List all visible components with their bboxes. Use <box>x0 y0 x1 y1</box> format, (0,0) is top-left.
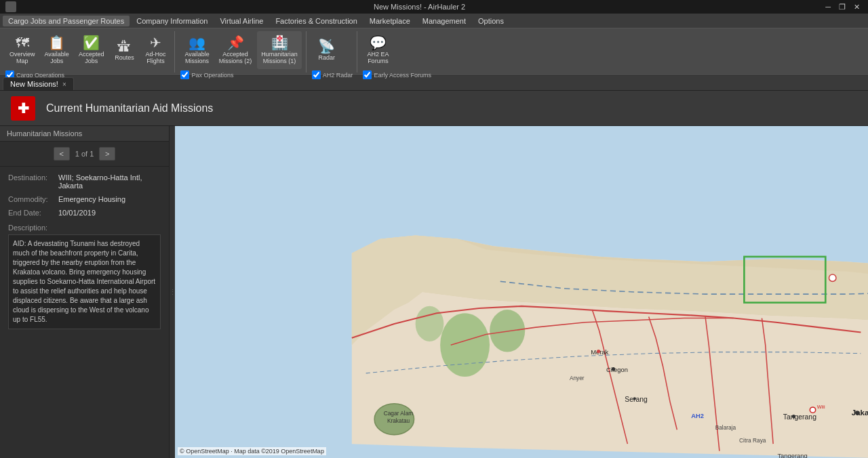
overview-map-label: OverviewMap <box>9 51 35 64</box>
svg-text:Citra Raya: Citra Raya <box>739 437 766 444</box>
enddate-value: 10/01/2019 <box>58 209 96 217</box>
map-attribution: © OpenStreetMap · Map data ©2019 OpenStr… <box>178 447 326 455</box>
map-svg: Cagar Alam Krakatau <box>175 126 868 458</box>
description-label: Description: <box>8 224 161 232</box>
accepted-jobs-button[interactable]: ✅ AcceptedJobs <box>75 31 108 69</box>
menu-options[interactable]: Options <box>473 16 509 26</box>
overview-map-icon: 🗺 <box>16 36 29 49</box>
menu-bar: Cargo Jobs and Passenger Routes Company … <box>0 14 868 28</box>
radar-button[interactable]: 📡 Radar <box>312 31 342 69</box>
svg-text:Tangerang: Tangerang <box>783 413 816 421</box>
enddate-row: End Date: 10/01/2019 <box>8 209 161 217</box>
svg-text:Wiii: Wiii <box>817 404 825 410</box>
forums-checkbox[interactable] <box>363 70 372 79</box>
prev-page-button[interactable]: < <box>54 147 70 161</box>
routes-icon: 🛣 <box>117 39 131 53</box>
svg-point-21 <box>792 415 795 418</box>
svg-point-25 <box>855 411 859 415</box>
svg-point-1 <box>440 313 490 377</box>
svg-point-3 <box>416 306 444 341</box>
svg-text:Balaraja: Balaraja <box>715 424 736 431</box>
enddate-label: End Date: <box>8 209 56 217</box>
svg-point-12 <box>612 367 615 371</box>
adhoc-label: Ad-HocFlights <box>145 51 165 64</box>
accepted-missions-icon: 📌 <box>227 36 244 49</box>
humanitarian-icon: 🏥 <box>271 36 288 49</box>
svg-point-8 <box>829 274 836 281</box>
humanitarian-label: HumanitarianMissions (1) <box>261 51 298 64</box>
available-jobs-icon: 📋 <box>48 36 65 49</box>
forums-icon: 💬 <box>370 36 387 49</box>
svg-point-10 <box>597 350 600 353</box>
commodity-label: Commodity: <box>8 195 56 203</box>
menu-marketplace[interactable]: Marketplace <box>364 16 416 26</box>
svg-text:Cagar Alam: Cagar Alam <box>384 410 414 417</box>
menu-virtual[interactable]: Virtual Airline <box>214 16 269 26</box>
svg-point-15 <box>633 397 636 400</box>
page-indicator: 1 of 1 <box>75 150 94 158</box>
destination-value: WIII; Soekarno-Hatta Intl, Jakarta <box>58 173 161 190</box>
menu-management[interactable]: Management <box>417 16 471 26</box>
map-area[interactable]: Cagar Alam Krakatau <box>175 126 868 458</box>
accepted-missions-button[interactable]: 📌 AcceptedMissions (2) <box>215 31 256 69</box>
radar-checkbox[interactable] <box>312 70 321 79</box>
close-button[interactable]: ✕ <box>851 3 863 12</box>
adhoc-icon: ✈ <box>150 36 161 49</box>
title-bar: New Missions! - AirHauler 2 ─ ❐ ✕ <box>0 0 868 14</box>
accepted-jobs-icon: ✅ <box>83 36 100 49</box>
left-panel: Humanitarian Missions < 1 of 1 > Destina… <box>0 126 170 458</box>
tab-close-button[interactable]: × <box>62 81 66 88</box>
accepted-missions-label: AcceptedMissions (2) <box>219 51 252 64</box>
accepted-jobs-label: AcceptedJobs <box>79 51 104 64</box>
humanitarian-button[interactable]: 🏥 HumanitarianMissions (1) <box>257 31 302 69</box>
resize-handle[interactable]: ⋮ <box>170 126 175 458</box>
destination-label: Destination: <box>8 173 56 190</box>
page-header: ✚ Current Humanitarian Aid Missions <box>0 91 868 126</box>
title-bar-icon <box>5 1 16 12</box>
main-content: ✚ Current Humanitarian Aid Missions Huma… <box>0 91 868 458</box>
forums-label: AH2 EAForums <box>367 51 389 64</box>
content-split: Humanitarian Missions < 1 of 1 > Destina… <box>0 126 868 458</box>
adhoc-flights-button[interactable]: ✈ Ad-HocFlights <box>140 31 170 69</box>
panel-section-header: Humanitarian Missions <box>0 126 169 142</box>
overview-map-button[interactable]: 🗺 OverviewMap <box>5 31 39 69</box>
svg-text:Tangerang: Tangerang <box>777 453 807 458</box>
maximize-button[interactable]: ❐ <box>836 3 848 12</box>
svg-text:Serang: Serang <box>625 396 648 403</box>
available-missions-icon: 👥 <box>189 36 205 49</box>
menu-company[interactable]: Company Information <box>131 16 213 26</box>
early-access-label: Early Access Forums <box>374 72 431 79</box>
svg-text:Cilegon: Cilegon <box>606 367 628 373</box>
commodity-row: Commodity: Emergency Housing <box>8 195 161 203</box>
red-cross-icon: ✚ <box>11 96 35 121</box>
radar-icon: 📡 <box>318 39 335 53</box>
available-jobs-button[interactable]: 📋 AvailableJobs <box>41 31 73 69</box>
next-page-button[interactable]: > <box>99 147 115 161</box>
routes-button[interactable]: 🛣 Routes <box>109 31 139 69</box>
available-missions-button[interactable]: 👥 AvailableMissions <box>180 31 213 69</box>
commodity-value: Emergency Housing <box>58 195 125 203</box>
radar-label: Radar <box>319 54 336 61</box>
svg-text:AH2: AH2 <box>691 413 704 419</box>
mission-details: Destination: WIII; Soekarno-Hatta Intl, … <box>0 167 169 224</box>
title-bar-controls: ─ ❐ ✕ <box>823 3 863 12</box>
minimize-button[interactable]: ─ <box>823 3 833 12</box>
destination-row: Destination: WIII; Soekarno-Hatta Intl, … <box>8 173 161 190</box>
toolbar: 🗺 OverviewMap 📋 AvailableJobs ✅ Accepted… <box>0 28 868 76</box>
routes-label: Routes <box>115 54 134 61</box>
tab-label: New Missions! <box>10 80 58 88</box>
pax-ops-checkbox[interactable] <box>180 70 189 79</box>
menu-cargo[interactable]: Cargo Jobs and Passenger Routes <box>3 16 130 26</box>
new-missions-tab[interactable]: New Missions! × <box>3 77 74 90</box>
pagination-row: < 1 of 1 > <box>0 142 169 167</box>
title-bar-title: New Missions! - AirHauler 2 <box>16 3 823 11</box>
ah2-radar-label: AH2 Radar <box>323 72 353 79</box>
description-section: Description: AID: A devastating Tsunami … <box>0 224 169 329</box>
svg-text:Krakatau: Krakatau <box>387 417 410 424</box>
page-title: Current Humanitarian Aid Missions <box>46 102 213 114</box>
description-text: AID: A devastating Tsunami has destroyed… <box>8 234 161 329</box>
available-missions-label: AvailableMissions <box>184 51 209 64</box>
svg-text:Jakarta: Jakarta <box>852 409 868 417</box>
menu-factories[interactable]: Factories & Construction <box>270 16 362 26</box>
forums-button[interactable]: 💬 AH2 EAForums <box>363 31 393 69</box>
